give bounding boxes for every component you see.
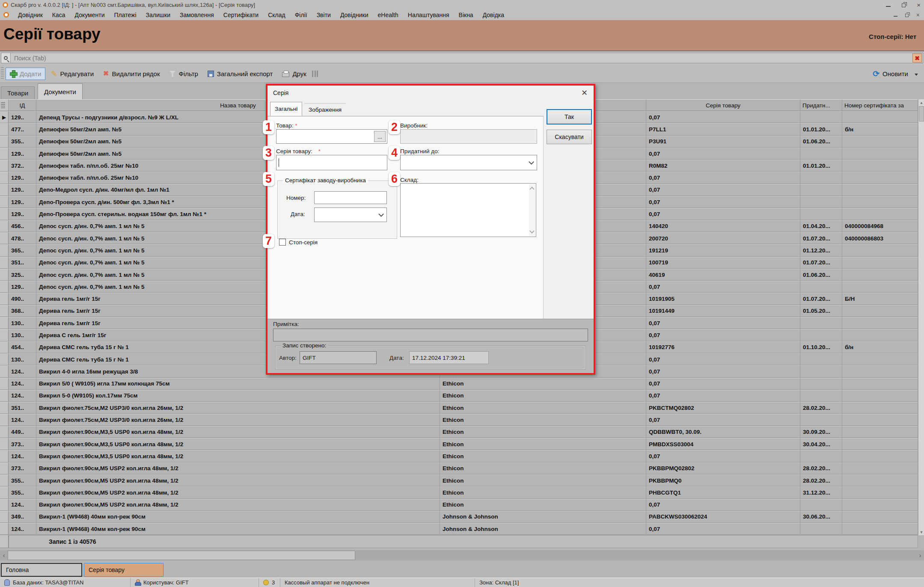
filter-button[interactable]: Фільтр [166,68,202,80]
row-indicator [0,317,9,329]
cell-series: PABCKWS030062024 [646,511,800,522]
column-header-id[interactable]: ІД [9,99,36,111]
restore-icon[interactable] [902,3,906,7]
cell-id: 129.. [9,172,36,183]
table-row[interactable]: 355.. Викрил фиолет.90см,М5 USP2 кол.игл… [0,486,918,498]
valid-until-combobox[interactable] [400,155,537,170]
mdi-close-icon[interactable]: × [916,12,920,18]
cell-cert [842,160,918,171]
product-field[interactable]: ... [276,129,387,144]
columns-icon[interactable] [312,71,318,77]
scroll-left-icon[interactable]: ‹ [0,550,8,560]
note-field[interactable] [273,329,588,341]
tab-documents[interactable]: Документи [38,83,83,99]
menu-item[interactable]: Вікна [454,11,478,19]
dialog-tab-image[interactable]: Зображення [304,103,346,116]
refresh-dropdown-icon[interactable] [915,74,918,76]
column-header-cert[interactable]: Номер сертифіката за [842,99,918,111]
menu-item[interactable]: Сертифікати [219,11,263,19]
record-count: Запис 1 із 40576 [9,535,918,548]
menu-item[interactable]: Документи [70,11,110,19]
table-row[interactable]: 124.. Викрил 5/0 ( W9105) игла 17мм колю… [0,378,918,390]
scroll-down-icon[interactable]: ▼ [919,529,924,535]
mdi-minimize-icon[interactable] [894,13,897,17]
menu-item[interactable]: Каса [48,11,70,19]
search-button[interactable] [1,53,11,63]
search-input[interactable] [11,55,923,62]
vertical-scroll-thumb[interactable] [919,106,924,122]
menu-item[interactable]: Довідка [478,11,509,19]
wintab-home[interactable]: Головна [1,563,82,577]
cert-number-field[interactable] [314,191,387,204]
menu-item[interactable]: Звіти [312,11,336,19]
edit-button[interactable]: ✎ Редагувати [47,68,98,80]
row-indicator [0,196,9,208]
menu-item[interactable]: Довідники [336,11,373,19]
stop-series-checkbox[interactable] [279,239,286,246]
cell-expiry: 01.07.20... [800,257,842,268]
table-row[interactable]: 124.. Викрил-1 (W9468) 40мм кол-реж 90см… [0,523,918,535]
cancel-button[interactable]: Скасувати [547,130,592,144]
table-row[interactable]: 124.. Викрил фиолет.90см,М3,5 USP0 кол.и… [0,450,918,462]
menu-app-icon [3,12,9,18]
table-row[interactable]: 349.. Викрил-1 (W9468) 40мм кол-реж 90см… [0,511,918,523]
dialog-close-icon[interactable]: ✕ [581,88,588,98]
cell-cert [842,426,918,438]
row-indicator [0,474,9,486]
table-row[interactable]: 351.. Викрил фиолет.75см,М2 USP3/0 кол.и… [0,402,918,414]
author-label: Автор: [279,355,297,361]
menu-item[interactable]: Замовлення [175,11,219,19]
table-row[interactable]: 124.. Викрил фиолет.75см,М2 USP3/0 кол.и… [0,414,918,426]
series-field[interactable] [276,155,387,170]
manufacturer-label: Виробник: [400,122,428,129]
table-row[interactable]: 124.. Викрил фиолет.90см,М5 USP2 кол.игл… [0,499,918,511]
cell-cert [842,329,918,341]
table-row[interactable]: 373.. Викрил фиолет.90см,М5 USP2 кол.игл… [0,462,918,474]
menu-item[interactable]: eHealth [373,11,403,19]
close-icon[interactable]: × [917,2,921,8]
dialog-tab-general[interactable]: Загальні [270,102,302,116]
menu-items: Довідник Каса Документи Платежі Залишки … [13,11,509,19]
menu-item[interactable]: Склад [263,11,290,19]
search-clear-icon[interactable]: ✖ [912,53,922,62]
scroll-right-icon[interactable]: › [916,550,924,560]
mdi-restore-icon[interactable] [905,14,909,17]
column-header-expiry[interactable]: Придатн... [800,99,842,111]
menu-item[interactable]: Налаштування [403,11,454,19]
menu-item[interactable]: Філії [290,11,312,19]
menu-item[interactable]: Залишки [141,11,175,19]
scroll-up-icon[interactable] [529,187,534,191]
cell-expiry [800,390,842,401]
cell-cert [842,462,918,474]
export-button[interactable]: Загальний експорт [204,68,277,80]
browse-button[interactable]: ... [374,131,386,142]
textarea-scrollbar[interactable] [529,184,535,236]
delete-row-button[interactable]: ✖ Видалити рядок [99,68,163,80]
cell-manufacturer: Ethicon [440,390,646,401]
wintab-series[interactable]: Серія товару [84,563,163,577]
menu-item[interactable]: Довідник [13,11,48,19]
column-header-series[interactable]: Серія товару [646,99,800,111]
scroll-up-icon[interactable]: ▲ [919,99,924,106]
ok-button[interactable]: Так [547,109,592,125]
cell-series: 0,07 [646,208,800,219]
cell-cert [842,414,918,425]
tab-goods[interactable]: Товари [1,86,35,99]
menu-item[interactable]: Платежі [110,11,141,19]
horizontal-scrollbar[interactable]: ‹ › [0,550,924,560]
add-button[interactable]: Додати [6,68,45,80]
warehouse-textarea[interactable] [400,183,536,237]
refresh-button[interactable]: ⟳ Оновити [869,68,912,80]
print-button[interactable]: Друк [278,68,310,80]
cert-date-combobox[interactable] [314,208,387,222]
horizontal-scroll-thumb[interactable] [8,551,355,560]
vertical-scrollbar[interactable]: ▲ ▼ [918,99,924,535]
table-row[interactable]: 124.. Викрил 5-0 (W9105) кол.17мм 75см E… [0,390,918,402]
minimize-icon[interactable] [886,3,891,7]
table-row[interactable]: 373.. Викрил фиолет.90см,М3,5 USP0 кол.и… [0,438,918,450]
scroll-down-icon[interactable] [529,228,534,233]
table-row[interactable]: 449.. Викрил фиолет.90см,М3,5 USP0 кол.и… [0,426,918,438]
table-row[interactable]: 355.. Викрил фиолет.90см,М5 USP2 кол.игл… [0,474,918,486]
dialog-title: Серія [273,89,288,96]
cell-id: 372.. [9,160,36,171]
